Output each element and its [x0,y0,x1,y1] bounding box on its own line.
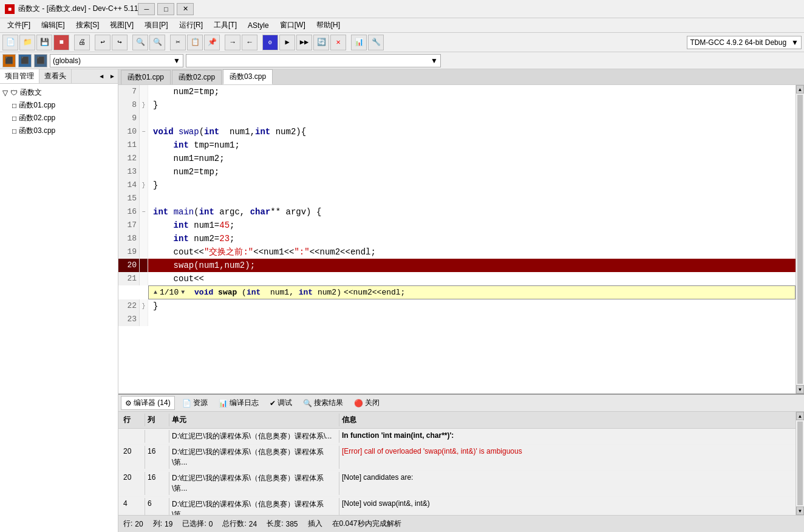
file-tab-0[interactable]: 函数01.cpp [121,70,171,84]
redo-button[interactable]: ↪ [112,35,128,50]
line-fold-15 [140,192,148,205]
error-scroll-down[interactable]: ▼ [796,506,804,515]
line-code-20: swap(num1,num2); [148,259,795,272]
find2-button[interactable]: 🔍 [149,35,165,50]
editor-scrollbar[interactable]: ▲ ▼ [795,85,804,394]
tree-item-0[interactable]: □ 函数01.cpp [2,99,115,112]
line-code-9 [148,112,795,125]
line-num-15: 15 [118,192,140,205]
scroll-thumb[interactable] [797,95,803,384]
scroll-up[interactable]: ▲ [796,85,804,94]
bottom-tab-debug[interactable]: ✔ 调试 [266,397,296,409]
line-fold-16[interactable]: − [140,205,148,219]
file-tab-1[interactable]: 函数02.cpp [172,70,222,84]
menu-file[interactable]: 文件[F] [2,19,35,32]
new-button[interactable]: 📄 [2,35,18,50]
menu-run[interactable]: 运行[R] [174,19,208,32]
menu-search[interactable]: 搜索[S] [71,19,104,32]
compiler-selector[interactable]: TDM-GCC 4.9.2 64-bit Debug ▼ [687,36,802,49]
app: ■ 函数文 - [函数文.dev] - Dev-C++ 5.11 ─ □ ✕ 文… [0,0,804,532]
code-editor[interactable]: 7 num2=tmp; 8 } } [118,85,804,394]
run-button[interactable]: ▶ [279,35,295,50]
menu-tools[interactable]: 工具[T] [209,19,242,32]
undo-button[interactable]: ↩ [95,35,111,50]
rebuild-button[interactable]: 🔄 [313,35,329,50]
error-scroll-thumb[interactable] [797,421,803,505]
line-fold-17 [140,219,148,232]
err-row-num-3: 4 [121,498,145,515]
compile-run-button[interactable]: ▶▶ [296,35,312,50]
cut-button[interactable]: ✂ [170,35,186,50]
debug-btn2[interactable]: 🔧 [368,35,384,50]
bottom-tab-resources-label: 资源 [193,398,208,408]
menu-help[interactable]: 帮助[H] [312,19,345,32]
bottom-tab-log-label: 编译日志 [230,398,259,408]
find-button[interactable]: 🔍 [132,35,148,50]
menu-view[interactable]: 视图[V] [105,19,138,32]
nav-next[interactable]: ► [107,72,118,81]
bottom-tab-search[interactable]: 🔍 搜索结果 [299,397,347,409]
toggle-btn3[interactable]: ⬛ [34,54,47,67]
stop-button[interactable]: ✕ [330,35,346,50]
left-panel: 项目管理 查看头 ◄ ► ▽ 🛡 函数文 □ 函数01.cpp □ [0,69,118,532]
tooltip-down-arrow[interactable]: ▼ [181,289,185,296]
save-button[interactable]: 💾 [36,35,52,50]
error-row-0[interactable]: D:\红泥巴\我的课程体系\（信息奥赛）课程体系\... In function… [118,429,795,445]
error-scroll-up[interactable]: ▲ [796,412,804,420]
tooltip-up-arrow[interactable]: ▲ [154,289,157,296]
line-num-20: 20 [118,259,140,272]
nav-arrows: ◄ ► [96,69,118,83]
bottom-tab-log[interactable]: 📊 编译日志 [215,397,262,409]
bottom-tab-resources[interactable]: 📄 资源 [179,397,211,409]
unindent-button[interactable]: ← [242,35,257,50]
debug-btn1[interactable]: 📊 [351,35,367,50]
line-fold-19 [140,245,148,259]
code-line-18: 18 int num2=23; [118,232,795,245]
code-scroll[interactable]: 7 num2=tmp; 8 } } [118,85,795,394]
file-icon-1: □ [12,114,16,123]
debug-icon: ✔ [270,399,276,408]
save-all-button[interactable]: ■ [53,35,69,50]
error-row-1[interactable]: 20 16 D:\红泥巴\我的课程体系\（信息奥赛）课程体系\第... [Err… [118,445,795,471]
symbol-dropdown[interactable]: ▼ [186,54,441,67]
copy-button[interactable]: 📋 [187,35,203,50]
print-button[interactable]: 🖨 [74,35,90,50]
tree-root[interactable]: ▽ 🛡 函数文 [2,86,115,99]
file-icon: □ [12,101,16,110]
col-header-unit: 单元 [169,414,339,426]
tree-item-2[interactable]: □ 函数03.cpp [2,124,115,137]
menu-edit[interactable]: 编辑[E] [36,19,70,32]
err-row-num-2: 20 [121,472,145,495]
menu-window[interactable]: 窗口[W] [275,19,310,32]
bottom-tab-compiler[interactable]: ⚙ 编译器 (14) [121,396,175,410]
compile-button[interactable]: ⚙ [262,35,278,50]
tree-item-1[interactable]: □ 函数02.cpp [2,112,115,124]
menu-astyle[interactable]: AStyle [243,20,274,31]
error-row-3[interactable]: 4 6 D:\红泥巴\我的课程体系\（信息奥赛）课程体系\第... [Note]… [118,497,795,515]
scroll-down[interactable]: ▼ [796,385,804,394]
error-row-2[interactable]: 20 16 D:\红泥巴\我的课程体系\（信息奥赛）课程体系\第... [Not… [118,471,795,497]
file-tab-2[interactable]: 函数03.cpp [223,69,273,84]
file-name-2: 函数03.cpp [19,126,55,136]
minimize-button[interactable]: ─ [138,3,155,15]
nav-prev[interactable]: ◄ [96,72,107,81]
error-scrollbar[interactable]: ▲ ▼ [795,412,804,515]
toggle-btn1[interactable]: ⬛ [2,54,16,67]
status-selected: 已选择: 0 [182,519,213,529]
maximize-button[interactable]: □ [157,3,174,15]
line-code-7: num2=tmp; [148,85,795,98]
open-button[interactable]: 📁 [19,35,35,50]
line-fold-10[interactable]: − [140,125,148,138]
indent-button[interactable]: → [225,35,240,50]
resources-icon: 📄 [182,399,191,408]
paste-button[interactable]: 📌 [204,35,220,50]
line-code-16: int main(int argc, char** argv) { [148,205,795,219]
tab-view-headers[interactable]: 查看头 [39,69,72,83]
tab-project-manager[interactable]: 项目管理 [0,69,39,83]
toggle-btn2[interactable]: ⬛ [18,54,32,67]
scope-dropdown[interactable]: (globals) ▼ [50,54,183,67]
bottom-tab-close[interactable]: 🔴 关闭 [350,397,383,409]
code-line-12: 12 num1=num2; [118,152,795,165]
menu-project[interactable]: 项目[P] [140,19,173,32]
close-button[interactable]: ✕ [177,3,194,15]
